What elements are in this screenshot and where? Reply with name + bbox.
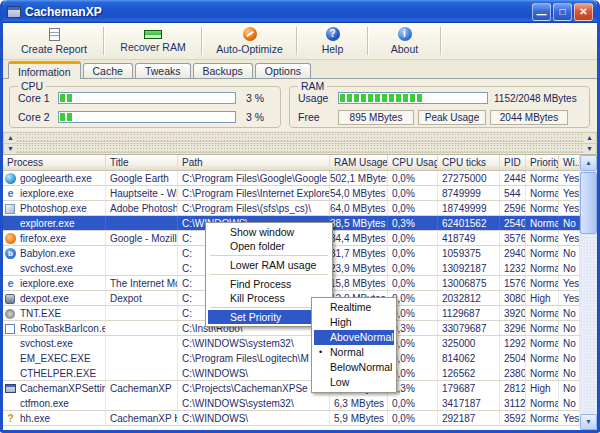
tab-strip: InformationCacheTweaksBackupsOptions xyxy=(3,60,597,78)
submenu-item-label: BelowNormal xyxy=(330,361,392,373)
menu-item-label: Kill Process xyxy=(230,292,285,304)
toolbar-button-about[interactable]: iAbout xyxy=(369,23,440,59)
cell-cpu: 0,0% xyxy=(388,411,438,425)
scroll-up-icon[interactable]: ▲ xyxy=(5,133,16,142)
process-name: CachemanXPSettings.exe xyxy=(20,383,106,394)
table-row[interactable]: ?hh.exeCachemanXP HelpC:\WINDOWS\5,9 MBy… xyxy=(3,411,580,426)
column-header-process[interactable]: Process xyxy=(3,155,106,170)
cell-ticks: 126562 xyxy=(438,366,500,380)
cell-title xyxy=(106,336,178,351)
graph-scroll-strip-top[interactable]: ▲ ▲ xyxy=(3,132,597,142)
submenu-item-abovenormal[interactable]: AboveNormal xyxy=(314,330,394,345)
title-bar[interactable]: CachemanXP — □ ✕ xyxy=(3,0,597,23)
cell-cpu: 0,0% xyxy=(388,171,438,185)
cell-pid: 1576 xyxy=(500,276,526,290)
table-row[interactable]: ctfmon.exeC:\WINDOWS\system32\6,3 MBytes… xyxy=(3,396,580,411)
scrollbar-down-button[interactable]: ▼ xyxy=(580,414,597,430)
menu-item-lower-ram-usage[interactable]: Lower RAM usage xyxy=(208,258,330,272)
column-header-pid[interactable]: PID xyxy=(500,155,526,170)
cell-priority: Normal xyxy=(526,366,559,380)
column-header-title[interactable]: Title xyxy=(106,155,178,170)
submenu-item-label: Low xyxy=(330,376,349,388)
column-header-label: PID xyxy=(504,157,521,168)
tab-tweaks[interactable]: Tweaks xyxy=(135,63,191,78)
cell-path: C:\Program Files\Internet Explorer xyxy=(178,186,330,200)
cell-process: TNT.EXE xyxy=(3,306,106,320)
process-name: ctfmon.exe xyxy=(20,398,69,409)
tab-information[interactable]: Information xyxy=(8,61,81,79)
core1-progress-bar xyxy=(58,92,236,104)
cell-ticks: 18749999 xyxy=(438,201,500,215)
graph-scroll-strip-bottom[interactable]: ▼ ▼ xyxy=(3,143,597,153)
cell-ram: 64,0 MBytes xyxy=(330,201,388,215)
maximize-button[interactable]: □ xyxy=(553,3,572,21)
menu-item-find-process[interactable]: Find Process xyxy=(208,277,330,291)
ram-groupbox: RAM Usage 1152/2048 MBytes Free 895 MByt… xyxy=(289,86,590,128)
toolbar: Create ReportRecover RAMAuto-Optimize?He… xyxy=(3,23,597,60)
table-row[interactable]: googleearth.exeGoogle EarthC:\Program Fi… xyxy=(3,171,580,186)
cell-ticks: 62401562 xyxy=(438,216,500,230)
submenu-item-realtime[interactable]: Realtime xyxy=(314,300,394,315)
process-name: Photoshop.exe xyxy=(20,203,87,214)
cell-win: No xyxy=(559,246,580,261)
toolbar-button-help[interactable]: ?Help xyxy=(298,23,367,59)
column-header-priority[interactable]: Priority xyxy=(526,155,559,170)
toolbar-button-recover-ram[interactable]: Recover RAM xyxy=(105,23,201,59)
tab-cache[interactable]: Cache xyxy=(83,63,133,78)
internet-explorer-icon: e xyxy=(5,278,16,289)
cell-title: CachemanXP xyxy=(106,381,178,396)
process-name: Babylon.exe xyxy=(20,248,75,259)
table-row[interactable]: CTHELPER.EXEC:\WINDOWS\0,0%1265622380Nor… xyxy=(3,366,580,381)
submenu-item-belownormal[interactable]: BelowNormal xyxy=(314,360,394,375)
toolbar-button-auto-optimize[interactable]: Auto-Optimize xyxy=(203,23,296,59)
minimize-button[interactable]: — xyxy=(532,3,551,21)
cell-pid: 544 xyxy=(500,186,526,200)
cell-title xyxy=(106,306,178,320)
column-header-label: CPU ticks xyxy=(442,157,486,168)
cell-priority: High xyxy=(526,381,559,396)
scroll-up-icon[interactable]: ▲ xyxy=(584,133,595,142)
ram-free-row: Free 895 MBytes Peak Usage 2044 MBytes xyxy=(298,109,583,125)
photoshop-icon xyxy=(5,204,15,214)
cell-priority: Normal xyxy=(526,246,559,261)
toolbar-button-create-report[interactable]: Create Report xyxy=(5,23,103,59)
vertical-scrollbar[interactable]: ▲ ▼ xyxy=(580,155,597,430)
table-row[interactable]: Photoshop.exeAdobe PhotoshopC:\Program F… xyxy=(3,201,580,216)
scrollbar-thumb[interactable] xyxy=(580,172,597,234)
column-header-path[interactable]: Path xyxy=(178,155,330,170)
cell-priority: Normal xyxy=(526,231,559,245)
menu-item-show-window[interactable]: Show window xyxy=(208,225,330,239)
table-row[interactable]: CachemanXPSettings.exeCachemanXPC:\Proje… xyxy=(3,381,580,396)
table-row[interactable]: EM_EXEC.EXEC:\Program Files\Logitech\M0,… xyxy=(3,351,580,366)
column-header-cpu-usage[interactable]: CPU Usage xyxy=(388,155,438,170)
tab-options[interactable]: Options xyxy=(255,63,311,78)
scroll-down-icon[interactable]: ▼ xyxy=(584,144,595,153)
submenu-item-label: Realtime xyxy=(330,301,371,313)
submenu-item-low[interactable]: Low xyxy=(314,375,394,390)
cell-process: googleearth.exe xyxy=(3,171,106,185)
cachemanxp-window: CachemanXP — □ ✕ Create ReportRecover RA… xyxy=(0,0,600,433)
cell-ram: 502,1 MBytes xyxy=(330,171,388,185)
cell-ram: 5,9 MBytes xyxy=(330,411,388,425)
process-name: iexplore.exe xyxy=(20,188,74,199)
table-row[interactable]: eiexplore.exeHauptseite - Wikipedia - WC… xyxy=(3,186,580,201)
submenu-item-normal[interactable]: •Normal xyxy=(314,345,394,360)
report-icon xyxy=(49,28,60,41)
core2-label: Core 2 xyxy=(18,111,58,123)
close-button[interactable]: ✕ xyxy=(574,3,593,21)
menu-item-open-folder[interactable]: Open folder xyxy=(208,239,330,253)
cell-priority: Normal xyxy=(526,306,559,320)
menu-separator xyxy=(210,255,328,256)
cell-pid: 3296 xyxy=(500,321,526,335)
scrollbar-up-button[interactable]: ▲ xyxy=(580,155,597,171)
column-header-window[interactable]: Wi... xyxy=(559,155,580,170)
table-row[interactable]: svchost.exeC:\WINDOWS\system32\0,0%32500… xyxy=(3,336,580,351)
cell-ticks: 325000 xyxy=(438,336,500,351)
column-header-cpu-ticks[interactable]: CPU ticks xyxy=(438,155,500,170)
robotask-icon xyxy=(5,324,15,334)
submenu-item-high[interactable]: High xyxy=(314,315,394,330)
scroll-down-icon[interactable]: ▼ xyxy=(5,144,16,153)
cell-win: Yes xyxy=(559,201,580,215)
tab-backups[interactable]: Backups xyxy=(193,63,253,78)
column-header-ram-usage[interactable]: RAM Usage xyxy=(330,155,388,170)
